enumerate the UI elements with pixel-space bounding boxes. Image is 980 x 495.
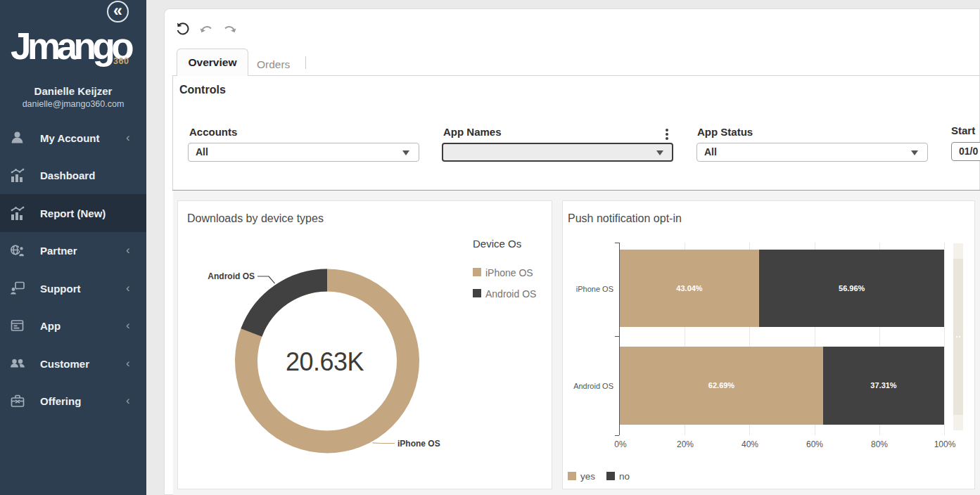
svg-text:Android OS: Android OS — [208, 271, 255, 281]
svg-text:iPhone OS: iPhone OS — [397, 439, 440, 449]
svg-text:20.63K: 20.63K — [286, 347, 364, 376]
